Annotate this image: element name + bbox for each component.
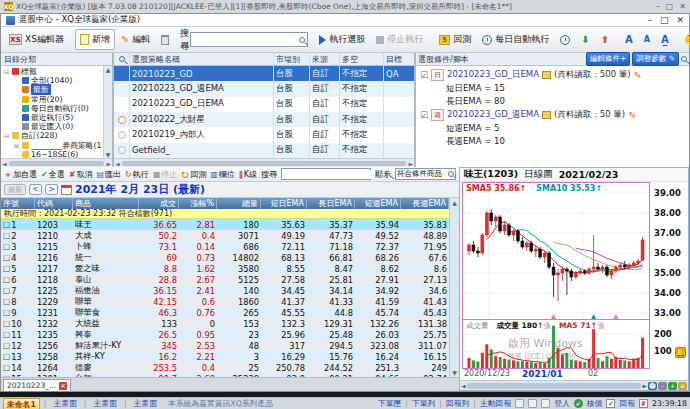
edit-condition-button[interactable]: 編輯條件+ — [586, 52, 630, 66]
kline-button[interactable]: ∥K線 — [239, 169, 257, 180]
table-row[interactable]: ☐91231聯華食46.30.7626545.5544.845.7445.43 — [1, 307, 449, 318]
lock-icon[interactable] — [541, 399, 550, 408]
adjust-params-button[interactable]: 調整參數 ✎ — [632, 52, 679, 66]
col-source[interactable]: 來源 — [310, 53, 340, 65]
picker-maximize-icon[interactable]: □ — [660, 15, 669, 25]
workspace-tab-unnamed[interactable]: 未命名1 — [3, 398, 40, 409]
table-row[interactable]: ☐41216統一690.731480268.1366.8168.2667.6 — [1, 252, 449, 263]
screenshot-icon[interactable] — [528, 399, 537, 408]
tree-item-label[interactable]: 16~18SE(6) — [31, 150, 78, 158]
help-button[interactable]: ? — [680, 30, 690, 49]
edit-strategy-button[interactable]: ✎編輯 — [116, 29, 155, 50]
table-row[interactable]: ☐51217愛之味8.81.6235808.558.478.628.6 — [1, 263, 449, 274]
table-row[interactable]: ☐101232大統益1330153132.3129.31132.26131.38 — [1, 318, 449, 329]
maximize-icon[interactable]: □ — [666, 2, 674, 11]
strategy-horizontal-scrollbar[interactable]: ◄► — [114, 158, 414, 167]
row-checkbox[interactable]: ☐ — [3, 243, 10, 252]
table-row[interactable]: ☐11203味王36.652.8118035.6335.3735.9435.83 — [1, 219, 449, 230]
daily-auto-run-button[interactable]: 每日自動執行 — [477, 29, 554, 50]
results-column-header[interactable]: 漲幅% — [179, 198, 217, 209]
next-day-button[interactable]: > — [45, 184, 58, 195]
display-filter-select[interactable]: 符合條件商品 — [395, 168, 456, 180]
calendar-icon[interactable] — [61, 185, 72, 195]
row-checkbox[interactable]: ☐ — [3, 298, 10, 307]
notepad-icon[interactable] — [515, 399, 524, 408]
results-vertical-scrollbar[interactable]: ▲▼ — [449, 198, 459, 377]
backtest-small-button[interactable]: ⭮回測 — [181, 169, 206, 180]
tree-expander-icon[interactable]: ⊟ — [3, 132, 10, 139]
order-list-button[interactable]: 下單列 — [412, 398, 435, 409]
chart-zoom-out-icon[interactable]: – — [658, 382, 667, 390]
table-row[interactable]: ☐21210大成50.20.4307149.1947.7349.5248.89 — [1, 230, 449, 241]
condition-checkbox[interactable]: ☑ — [420, 110, 428, 120]
tree-horizontal-scrollbar[interactable]: ◄► — [1, 158, 112, 167]
export-list-button[interactable]: ▤匯出 — [96, 169, 121, 180]
row-checkbox[interactable]: ☐ — [3, 276, 10, 285]
search-icon[interactable] — [299, 37, 305, 43]
row-checkbox[interactable]: ☐ — [3, 309, 10, 318]
table-row[interactable]: ☐81229聯華42.150.6186041.3741.3341.5941.43 — [1, 296, 449, 307]
chart-zoom-in-icon[interactable]: + — [668, 382, 677, 390]
row-checkbox[interactable]: ☐ — [3, 232, 10, 241]
chart-settings-icon[interactable]: ≡ — [678, 382, 687, 390]
strategy-search-input[interactable] — [193, 35, 299, 45]
condition-script-name[interactable]: 20210223_GD_日EMA — [447, 69, 539, 81]
price-check-status-icon[interactable]: ✔ — [606, 399, 615, 408]
backtest-button[interactable]: 5回測 — [434, 29, 476, 50]
report-status-icon[interactable]: ✘ — [639, 399, 648, 408]
workspace-tab-main2[interactable]: 主畫面 — [91, 398, 120, 409]
results-column-header[interactable]: 短週EMA — [355, 198, 401, 209]
results-column-header[interactable]: 長日EMA — [307, 198, 355, 209]
close-tab-icon[interactable]: ✕ — [59, 382, 67, 390]
picker-close-icon[interactable]: ✕ — [676, 15, 684, 25]
tree-expander-icon[interactable]: ⊞ — [13, 142, 20, 149]
condition-zoom-icon[interactable] — [681, 56, 687, 62]
select-all-button[interactable]: ✔全選 — [41, 169, 65, 180]
row-checkbox[interactable]: ☐ — [3, 331, 10, 340]
close-icon[interactable]: ✕ — [679, 2, 686, 11]
report-list-button[interactable]: 回報列 — [446, 398, 469, 409]
results-column-header[interactable]: 長週EMA — [401, 198, 449, 209]
delete-strategy-button[interactable] — [156, 31, 174, 49]
run-screening-button[interactable]: 執行選股 — [314, 29, 370, 50]
results-column-header[interactable]: 短日EMA — [261, 198, 307, 209]
table-row[interactable]: ☐71225福懋油36.152.4114034.4534.1434.9234.6 — [1, 285, 449, 296]
table-row[interactable]: ☐131258其祥-KY16.22.21316.2915.7616.2416.1… — [1, 351, 449, 362]
results-column-header[interactable]: 總量 — [217, 198, 261, 209]
strategy-row[interactable]: 20210223_GD_日EMA台股自訂不指定 — [114, 97, 414, 112]
auto-report-button[interactable]: 主動回報 — [480, 398, 511, 409]
font-normal-button[interactable]: A — [639, 31, 655, 48]
strategy-row[interactable]: 20210223_GD台股自訂不指定QA — [114, 66, 414, 81]
tree-item[interactable]: ⊞________券商策略(1 — [1, 141, 103, 150]
row-checkbox[interactable]: ☐ — [3, 353, 10, 362]
tree-expander-icon[interactable]: ⊟ — [3, 68, 10, 75]
row-checkbox[interactable]: ☐ — [3, 221, 10, 230]
minimize-icon[interactable]: – — [656, 2, 660, 11]
import-button[interactable]: ⬇ — [576, 31, 594, 48]
col-target[interactable]: 目標 — [384, 53, 414, 65]
chart-time-icon[interactable]: 🕐 — [648, 382, 657, 390]
order-box-button[interactable]: 下單匣 — [378, 398, 401, 409]
add-watchlist-button[interactable]: ＋加自選 — [4, 169, 37, 180]
xs-editor-button[interactable]: XSXS編輯器 — [4, 29, 69, 50]
row-checkbox[interactable]: ☐ — [3, 342, 10, 351]
strategy-row[interactable]: 20210219_內部人台股自訂不指定 — [114, 127, 414, 142]
edit-script-pencil-icon[interactable]: ✎ — [628, 111, 636, 120]
table-row[interactable]: ☐141264德麥253.50.425250.78244.52251.3249 — [1, 362, 449, 373]
row-checkbox[interactable]: ☐ — [3, 364, 10, 373]
table-row[interactable]: ☐61218泰山28.82.67512527.5825.8127.9127.13 — [1, 274, 449, 285]
table-row[interactable]: ☐121256鮮活果汁-KY3452.5348317294.5323.08311… — [1, 340, 449, 351]
picker-minimize-icon[interactable]: – — [647, 15, 652, 25]
table-row[interactable]: ☐31215卜蜂73.10.1468672.1171.1872.3771.95 — [1, 241, 449, 252]
schedule-button[interactable] — [555, 31, 575, 49]
row-checkbox[interactable]: ☐ — [3, 287, 10, 296]
chart-horizontal-scrollbar[interactable]: ◄► 🕐 – + ≡ — [460, 380, 688, 390]
columns-button[interactable]: ▥欄位 — [210, 169, 235, 180]
tree-item[interactable]: ·全部(1040) — [1, 76, 103, 85]
row-checkbox[interactable]: ☐ — [3, 254, 10, 263]
row-checkbox[interactable]: ☐ — [3, 265, 10, 274]
workspace-tab-main3[interactable]: 主畫面 — [131, 398, 160, 409]
workspace-tab-main1[interactable]: 主畫面 — [50, 398, 79, 409]
font-decrease-button[interactable]: A̲ — [656, 30, 674, 49]
table-row[interactable]: ☐111235興泰26.50.952325.9625.4826.0325.75 — [1, 329, 449, 340]
